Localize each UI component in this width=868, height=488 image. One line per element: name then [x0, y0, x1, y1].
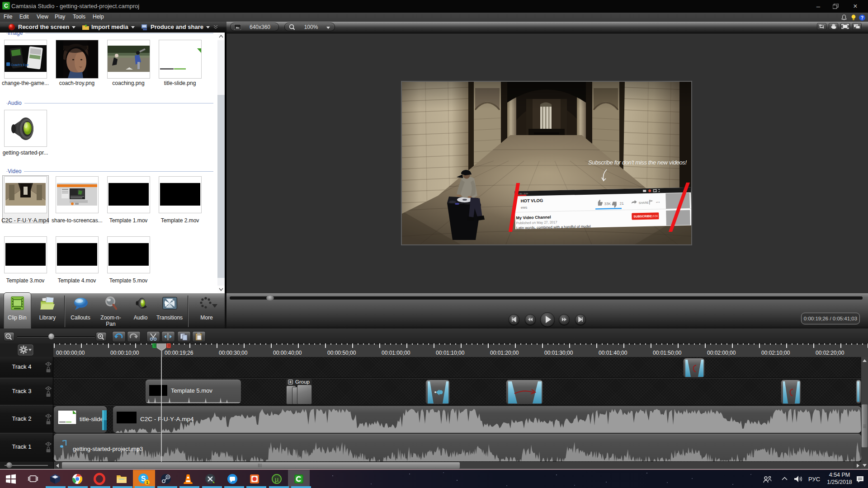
svg-text:00:00:30;00: 00:00:30;00: [219, 350, 248, 356]
svg-text:00:02:20;00: 00:02:20;00: [816, 350, 844, 356]
svg-text:µ: µ: [275, 475, 279, 483]
svg-text:SUBSCRIBE: SUBSCRIBE: [633, 215, 652, 218]
svg-text:00:01:50;00: 00:01:50;00: [653, 350, 682, 356]
svg-text:C: C: [4, 3, 8, 9]
svg-text:1: 1: [146, 480, 148, 485]
svg-text:My Video Channel: My Video Channel: [516, 215, 551, 221]
svg-text:00:01:10;00: 00:01:10;00: [436, 350, 465, 356]
svg-text:00:00:19;26: 00:00:19;26: [165, 350, 193, 356]
svg-text:Coach's Eye: Coach's Eye: [11, 63, 28, 67]
svg-text:00:00:10;00: 00:00:10;00: [110, 350, 139, 356]
svg-text:00:00:00;00: 00:00:00;00: [56, 350, 85, 356]
svg-text:00:00:50;00: 00:00:50;00: [327, 350, 356, 356]
svg-text:HOT VLOG: HOT VLOG: [520, 198, 543, 203]
svg-text:Subscribe for don't miss the n: Subscribe for don't miss the new videos!: [588, 159, 687, 166]
svg-text:00:01:30;00: 00:01:30;00: [544, 350, 573, 356]
svg-text:00:02:10;00: 00:02:10;00: [761, 350, 790, 356]
svg-text:00:01:40;00: 00:01:40;00: [599, 350, 627, 356]
svg-text:1:08 / 3:00: 1:08 / 3:00: [517, 192, 528, 195]
svg-text:21: 21: [620, 202, 624, 206]
svg-text:⋯: ⋯: [656, 200, 660, 204]
svg-text:00:02:00;00: 00:02:00;00: [707, 350, 736, 356]
svg-text:163K: 163K: [651, 214, 658, 217]
svg-text:33K: 33K: [604, 202, 611, 206]
svg-text:?: ?: [861, 15, 863, 20]
svg-text:00:00:40;00: 00:00:40;00: [273, 350, 302, 356]
svg-text:00:01:00;00: 00:01:00;00: [382, 350, 410, 356]
svg-text:SHARE: SHARE: [639, 201, 649, 205]
svg-text:00:01:20;00: 00:01:20;00: [490, 350, 519, 356]
svg-text:ews: ews: [521, 206, 527, 210]
